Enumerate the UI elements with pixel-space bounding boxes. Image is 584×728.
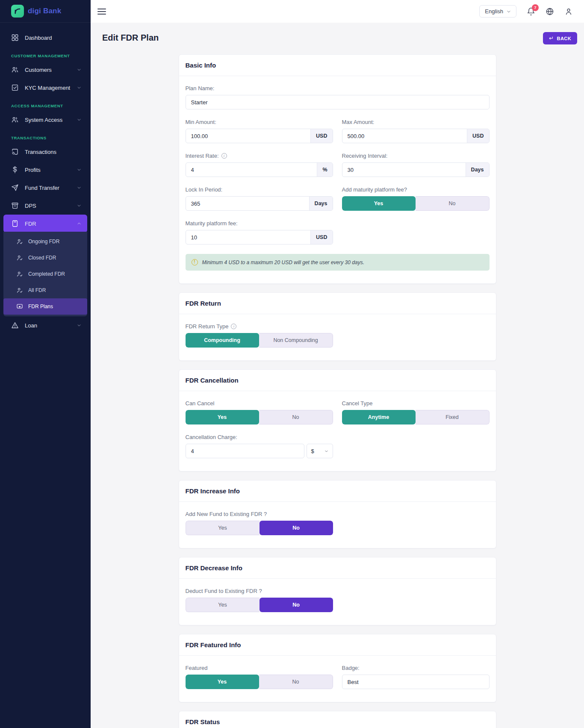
sidebar-item-dashboard[interactable]: Dashboard [3,29,87,47]
badge-input[interactable] [342,675,489,689]
brand-name: digi Bank [28,7,61,15]
sidebar-item-loan[interactable]: Loan [3,316,87,334]
interest-rate-input[interactable] [186,163,317,177]
chevron-down-icon [77,68,81,72]
sidebar-item-customers[interactable]: Customers [3,61,87,79]
featured-label: Featured [186,665,333,671]
card-title: FDR Increase Info [179,480,496,502]
toggle-option-yes[interactable]: Yes [186,521,260,535]
chevron-down-icon [507,9,511,14]
fdr-return-card: FDR Return FDR Return Type i Compounding… [179,292,496,361]
toggle-option-no[interactable]: No [416,196,490,211]
chevron-down-icon [77,118,81,122]
sidebar-item-transactions[interactable]: Transactions [3,143,87,161]
info-icon[interactable]: i [221,153,227,159]
fdr-return-type-toggle: Compounding Non Compounding [186,333,333,348]
users-icon [11,116,19,124]
warning-circle-icon: ! [192,259,198,265]
monitor-icon [16,303,23,310]
globe-icon[interactable] [546,7,554,16]
sidebar-item-completed-fdr[interactable]: Completed FDR [3,266,87,282]
card-title: FDR Status [179,711,496,728]
back-button[interactable]: ↵ BACK [543,32,577,44]
fdr-decrease-card: FDR Decrease Info Deduct Fund to Existin… [179,557,496,625]
main-content: Edit FDR Plan ↵ BACK Basic Info Plan Nam… [91,23,584,728]
user-profile-icon[interactable] [564,7,573,16]
sidebar-item-label: System Access [25,117,77,123]
book-icon [11,220,19,227]
edit-fdr-plan-page: digi Bank Dashboard CUSTOMER MANAGEMENT … [0,0,584,728]
sidebar-item-label: Closed FDR [28,255,56,261]
sidebar-item-dps[interactable]: DPS [3,197,87,215]
fdr-cancellation-card: FDR Cancellation Can Cancel Yes No Cance… [179,369,496,472]
toggle-option-no[interactable]: No [259,410,333,424]
plan-name-input[interactable] [186,95,489,109]
brand[interactable]: digi Bank [0,0,91,23]
toggle-option-yes[interactable]: Yes [186,410,259,424]
basic-info-card: Basic Info Plan Name: Min Amount: [179,54,496,284]
sidebar-item-label: Customers [25,67,77,73]
sidebar-item-system-access[interactable]: System Access [3,111,87,129]
check-square-icon [11,84,19,91]
charge-type-value: $ [311,448,314,454]
toggle-option-no[interactable]: No [260,521,333,535]
sidebar-item-fund-transfer[interactable]: Fund Transfer [3,179,87,197]
sidebar-item-fdr-plans[interactable]: FDR Plans [3,298,87,315]
section-label-access-management: ACCESS MANAGEMENT [3,97,87,111]
toggle-option-no[interactable]: No [260,598,333,612]
archive-icon [11,202,19,209]
sidebar: digi Bank Dashboard CUSTOMER MANAGEMENT … [0,0,91,728]
cancellation-charge-input[interactable] [186,444,304,458]
card-title: FDR Cancellation [179,370,496,391]
maturity-fee-input[interactable] [186,230,311,244]
sidebar-item-label: Transactions [25,149,81,155]
fdr-return-type-label: FDR Return Type i [186,323,333,330]
receiving-interval-input[interactable] [342,163,466,177]
notifications-bell-icon[interactable]: 7 [527,7,535,16]
chevron-down-icon [77,168,81,172]
toggle-option-anytime[interactable]: Anytime [342,410,416,424]
cancel-type-toggle: Anytime Fixed [342,410,490,424]
lock-in-period-input[interactable] [186,197,309,210]
card-title: FDR Decrease Info [179,557,496,579]
users-icon [11,66,19,74]
interest-rate-label: Interest Rate: i [186,153,333,159]
fdr-increase-card: FDR Increase Info Add New Fund to Existi… [179,480,496,548]
toggle-option-compounding[interactable]: Compounding [186,333,259,348]
sidebar-item-all-fdr[interactable]: All FDR [3,282,87,298]
return-arrow-icon: ↵ [549,35,554,41]
plan-name-label: Plan Name: [186,85,490,91]
toggle-option-non-compounding[interactable]: Non Compounding [259,333,333,348]
chevron-down-icon [77,323,81,327]
fdr-featured-card: FDR Featured Info Featured Yes No Badge: [179,634,496,702]
sidebar-item-ongoing-fdr[interactable]: Ongoing FDR [3,233,87,250]
sidebar-item-profits[interactable]: Profits [3,161,87,179]
cancellation-charge-type-select[interactable]: $ [307,444,333,458]
receiving-interval-label: Receiving Interval: [342,153,490,159]
toggle-option-yes[interactable]: Yes [342,196,416,211]
sidebar-item-kyc-management[interactable]: KYC Management [3,79,87,97]
maturity-fee-label: Maturity platform fee: [186,220,333,227]
info-icon[interactable]: i [231,324,236,329]
sidebar-item-label: DPS [25,203,77,209]
fdr-status-card: FDR Status Status: Active Deactivate [179,711,496,728]
card-title: FDR Featured Info [179,634,496,656]
min-amount-input[interactable] [186,129,311,143]
language-select[interactable]: English [479,5,516,18]
toggle-option-yes[interactable]: Yes [186,675,259,689]
percent-addon: % [317,163,332,177]
max-amount-input[interactable] [342,129,467,143]
brand-logo-icon [11,5,24,18]
chevron-down-icon [77,203,81,208]
sidebar-item-fdr[interactable]: FDR [3,215,87,233]
featured-toggle: Yes No [186,675,333,689]
toggle-option-yes[interactable]: Yes [186,598,260,612]
sidebar-item-label: Dashboard [25,35,81,41]
sidebar-item-label: FDR Plans [28,304,53,309]
sidebar-item-closed-fdr[interactable]: Closed FDR [3,250,87,266]
toggle-option-no[interactable]: No [259,675,333,689]
toggle-option-fixed[interactable]: Fixed [416,410,490,424]
currency-addon: USD [310,129,332,143]
menu-toggle-icon[interactable] [97,9,106,15]
sidebar-item-label: Fund Transfer [25,185,77,191]
